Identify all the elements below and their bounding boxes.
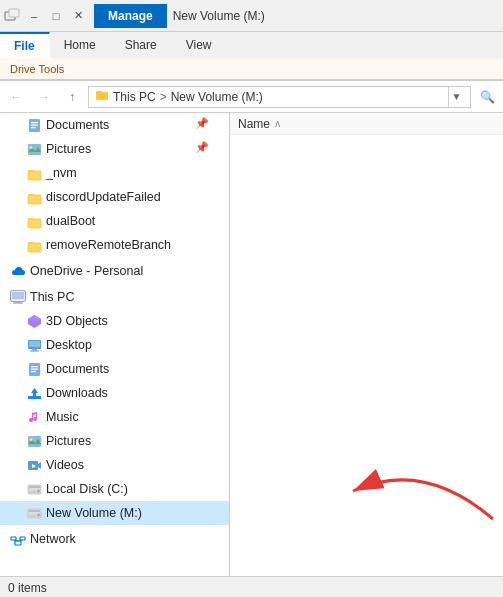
- tab-file[interactable]: File: [0, 32, 50, 58]
- svg-rect-35: [31, 366, 38, 367]
- pictures-icon: [26, 141, 42, 157]
- sidebar-item-pictures2[interactable]: Pictures: [0, 429, 229, 453]
- documents-label: Documents: [46, 118, 109, 132]
- main-area: Documents 📌 Pictures 📌: [0, 113, 503, 576]
- address-dropdown[interactable]: ▼: [448, 86, 464, 108]
- sidebar-item-network[interactable]: Network: [0, 527, 229, 551]
- address-path[interactable]: This PC > New Volume (M:) ▼: [88, 86, 471, 108]
- discord-label: discordUpdateFailed: [46, 190, 161, 204]
- ribbon-tabs: File Home Share View: [0, 32, 503, 58]
- svg-rect-25: [12, 292, 24, 299]
- back-button[interactable]: ←: [4, 85, 28, 109]
- nvm-folder-icon: [26, 165, 42, 181]
- svg-point-42: [29, 438, 32, 441]
- sidebar-item-desktop[interactable]: Desktop: [0, 333, 229, 357]
- svg-rect-5: [31, 122, 38, 123]
- column-name-label: Name: [238, 117, 270, 131]
- svg-rect-6: [31, 124, 38, 125]
- tab-home[interactable]: Home: [50, 32, 111, 58]
- pictures-label: Pictures: [46, 142, 91, 156]
- svg-rect-21: [28, 242, 34, 245]
- manage-button[interactable]: Manage: [94, 4, 167, 28]
- desktop-label: Desktop: [46, 338, 92, 352]
- tab-share[interactable]: Share: [111, 32, 172, 58]
- status-bar: 0 items: [0, 576, 503, 597]
- svg-line-58: [18, 540, 23, 541]
- sidebar-item-downloads[interactable]: Downloads: [0, 381, 229, 405]
- sidebar: Documents 📌 Pictures 📌: [0, 113, 230, 576]
- svg-rect-33: [30, 350, 39, 351]
- svg-rect-53: [29, 515, 36, 516]
- sidebar-item-3dobjects[interactable]: 3D Objects: [0, 309, 229, 333]
- svg-rect-32: [32, 349, 37, 351]
- svg-line-57: [14, 540, 19, 541]
- svg-rect-54: [15, 541, 21, 545]
- forward-button[interactable]: →: [32, 85, 56, 109]
- dualboot-label: dualBoot: [46, 214, 95, 228]
- svg-rect-3: [96, 91, 102, 94]
- sidebar-item-onedrive[interactable]: OneDrive - Personal: [0, 259, 229, 283]
- documents2-label: Documents: [46, 362, 109, 376]
- svg-point-52: [37, 513, 40, 516]
- thispc-label: This PC: [30, 290, 74, 304]
- path-this-pc[interactable]: This PC: [113, 90, 156, 104]
- 3dobjects-icon: [26, 313, 42, 329]
- svg-rect-49: [29, 491, 36, 492]
- address-bar: ← → ↑ This PC > New Volume (M:) ▼ 🔍: [0, 81, 503, 113]
- maximize-icon[interactable]: □: [48, 8, 64, 24]
- content-header: Name ∧: [230, 113, 503, 135]
- removeremote-label: removeRemoteBranch: [46, 238, 171, 252]
- newvolume-label: New Volume (M:): [46, 506, 142, 520]
- window-title: New Volume (M:): [173, 9, 265, 23]
- path-current[interactable]: New Volume (M:): [171, 90, 263, 104]
- svg-rect-1: [9, 9, 19, 17]
- downloads-label: Downloads: [46, 386, 108, 400]
- sidebar-item-pictures[interactable]: Pictures 📌: [0, 137, 229, 161]
- svg-rect-47: [29, 486, 40, 488]
- sidebar-item-videos[interactable]: Videos: [0, 453, 229, 477]
- music-label: Music: [46, 410, 79, 424]
- svg-rect-12: [28, 170, 34, 173]
- sidebar-item-thispc[interactable]: This PC: [0, 285, 229, 309]
- svg-rect-55: [11, 537, 16, 540]
- sidebar-item-music[interactable]: Music: [0, 405, 229, 429]
- sidebar-item-discord[interactable]: discordUpdateFailed: [0, 185, 229, 209]
- newvolume-icon: [26, 505, 42, 521]
- svg-marker-39: [31, 388, 38, 396]
- path-icon: [95, 88, 109, 105]
- pictures2-icon: [26, 433, 42, 449]
- up-button[interactable]: ↑: [60, 85, 84, 109]
- dualboot-folder-icon: [26, 213, 42, 229]
- sidebar-item-dualboot[interactable]: dualBoot: [0, 209, 229, 233]
- sidebar-item-documents[interactable]: Documents 📌: [0, 113, 229, 137]
- svg-point-10: [29, 146, 32, 149]
- svg-point-48: [37, 489, 40, 492]
- close-icon[interactable]: ✕: [70, 8, 86, 24]
- sidebar-item-localdisk[interactable]: Local Disk (C:): [0, 477, 229, 501]
- sidebar-item-removeremote[interactable]: removeRemoteBranch: [0, 233, 229, 257]
- pin-icon-documents[interactable]: 📌: [195, 117, 209, 130]
- svg-rect-18: [28, 218, 34, 221]
- sidebar-item-documents2[interactable]: Documents: [0, 357, 229, 381]
- search-button[interactable]: 🔍: [475, 85, 499, 109]
- tab-view[interactable]: View: [172, 32, 227, 58]
- svg-rect-37: [31, 371, 36, 372]
- svg-marker-44: [38, 462, 41, 469]
- svg-rect-38: [28, 396, 41, 399]
- localdisk-label: Local Disk (C:): [46, 482, 128, 496]
- desktop-icon: [26, 337, 42, 353]
- pictures2-label: Pictures: [46, 434, 91, 448]
- network-icon: [10, 531, 26, 547]
- sidebar-item-nvm[interactable]: _nvm: [0, 161, 229, 185]
- pin-icon-pictures[interactable]: 📌: [195, 141, 209, 154]
- videos-label: Videos: [46, 458, 84, 472]
- onedrive-label: OneDrive - Personal: [30, 264, 143, 278]
- svg-rect-26: [15, 301, 21, 303]
- documents-icon: [26, 117, 42, 133]
- sidebar-item-newvolume[interactable]: New Volume (M:): [0, 501, 229, 525]
- onedrive-icon: [10, 263, 26, 279]
- removeremote-folder-icon: [26, 237, 42, 253]
- content-body: [230, 135, 503, 576]
- minimize-icon[interactable]: –: [26, 8, 42, 24]
- content-area: Name ∧: [230, 113, 503, 576]
